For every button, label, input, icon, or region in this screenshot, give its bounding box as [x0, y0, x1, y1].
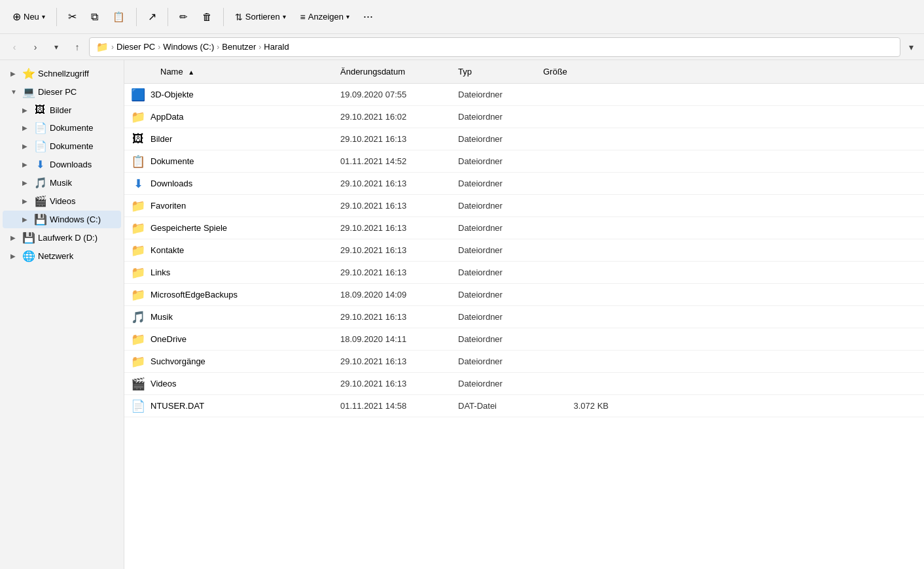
- breadcrumb-harald[interactable]: Harald: [264, 42, 289, 52]
- delete-icon: 🗑: [202, 11, 212, 22]
- file-row[interactable]: 📁 Gespeicherte Spiele 29.10.2021 16:13 D…: [124, 217, 924, 239]
- file-row[interactable]: 📁 Links 29.10.2021 16:13 Dateiordner: [124, 262, 924, 284]
- sidebar-item-dokumente1[interactable]: ▶ 📄 Dokumente: [3, 119, 121, 137]
- file-icon: 📁: [131, 354, 145, 369]
- cut-button[interactable]: ✂: [62, 7, 82, 27]
- more-button[interactable]: ···: [358, 7, 378, 27]
- delete-button[interactable]: 🗑: [196, 7, 218, 26]
- cell-date: 18.09.2020 14:11: [334, 334, 452, 344]
- cell-type: Dateiordner: [452, 245, 537, 255]
- cell-type: Dateiordner: [452, 267, 537, 277]
- col-date-header[interactable]: Änderungsdatum: [334, 61, 452, 82]
- file-name: Gespeicherte Spiele: [151, 223, 227, 233]
- file-name: Bilder: [151, 134, 172, 144]
- file-row[interactable]: 📁 Favoriten 29.10.2021 16:13 Dateiordner: [124, 195, 924, 217]
- file-row[interactable]: 🟦 3D-Objekte 19.09.2020 07:55 Dateiordne…: [124, 84, 924, 106]
- cut-icon: ✂: [68, 10, 77, 23]
- file-row[interactable]: 📋 Dokumente 01.11.2021 14:52 Dateiordner: [124, 150, 924, 173]
- sidebar-label-laufwerk-d: Laufwerk D (D:): [38, 233, 115, 243]
- cell-name: 🎵 Musik: [124, 310, 334, 324]
- file-row[interactable]: 📁 Kontakte 29.10.2021 16:13 Dateiordner: [124, 239, 924, 262]
- computer-icon: 💻: [22, 86, 34, 98]
- col-name-header[interactable]: Name ▲: [124, 61, 334, 82]
- toolbar: ⊕ Neu ▾ ✂ ⧉ 📋 ↗ ✏ 🗑 ⇅ Sortieren ▾ ≡ Anze…: [0, 0, 924, 34]
- file-icon: 📁: [131, 243, 145, 258]
- sidebar: ▶ ⭐ Schnellzugriff ▼ 💻 Dieser PC ▶ 🖼 Bil…: [0, 60, 124, 569]
- file-icon: 📄: [131, 399, 145, 413]
- file-rows-container: 🟦 3D-Objekte 19.09.2020 07:55 Dateiordne…: [124, 84, 924, 417]
- file-row[interactable]: 📄 NTUSER.DAT 01.11.2021 14:58 DAT-Datei …: [124, 395, 924, 417]
- cell-size: 3.072 KB: [537, 401, 615, 411]
- cell-date: 29.10.2021 16:13: [334, 267, 452, 277]
- cell-type: Dateiordner: [452, 223, 537, 233]
- sidebar-item-windows-c[interactable]: ▶ 💾 Windows (C:): [3, 211, 121, 228]
- videos-icon: 🎬: [34, 195, 46, 207]
- expand-icon-windows-c: ▶: [22, 216, 30, 223]
- cell-date: 29.10.2021 16:13: [334, 312, 452, 322]
- sort-label: Sortieren: [245, 12, 280, 22]
- cell-type: DAT-Datei: [452, 401, 537, 411]
- file-row[interactable]: 🎵 Musik 29.10.2021 16:13 Dateiordner: [124, 306, 924, 328]
- sidebar-item-bilder[interactable]: ▶ 🖼 Bilder: [3, 101, 121, 118]
- addressbar-dropdown-button[interactable]: ▾: [903, 39, 919, 55]
- new-button[interactable]: ⊕ Neu ▾: [7, 7, 51, 27]
- cell-date: 19.09.2020 07:55: [334, 90, 452, 99]
- sidebar-item-dokumente2[interactable]: ▶ 📄 Dokumente: [3, 137, 121, 155]
- col-size-header[interactable]: Größe: [537, 61, 615, 82]
- file-row[interactable]: ⬇ Downloads 29.10.2021 16:13 Dateiordner: [124, 173, 924, 195]
- file-name: AppData: [151, 112, 184, 122]
- sidebar-item-downloads[interactable]: ▶ ⬇ Downloads: [3, 156, 121, 173]
- file-name: Videos: [151, 379, 177, 388]
- file-icon: 🎵: [131, 310, 145, 324]
- view-button[interactable]: ≡ Anzeigen ▾: [294, 8, 355, 26]
- back-button[interactable]: ‹: [5, 38, 24, 56]
- breadcrumb-bar[interactable]: 📁 › Dieser PC › Windows (C:) › Benutzer …: [89, 37, 900, 57]
- expand-icon-bilder: ▶: [22, 107, 30, 114]
- breadcrumb-benutzer[interactable]: Benutzer: [222, 42, 256, 52]
- share-button[interactable]: ↗: [142, 7, 162, 27]
- cell-name: 📁 Favoriten: [124, 199, 334, 213]
- sort-arrow-name: ▲: [188, 69, 194, 76]
- file-row[interactable]: 📁 Suchvorgänge 29.10.2021 16:13 Dateiord…: [124, 351, 924, 373]
- rename-button[interactable]: ✏: [173, 7, 194, 27]
- file-row[interactable]: 📁 AppData 29.10.2021 16:02 Dateiordner: [124, 106, 924, 128]
- drive-c-icon: 💾: [34, 213, 46, 226]
- separator-1: [56, 8, 57, 26]
- file-row[interactable]: 📁 MicrosoftEdgeBackups 18.09.2020 14:09 …: [124, 284, 924, 306]
- up-button[interactable]: ↑: [68, 38, 86, 56]
- sidebar-item-videos[interactable]: ▶ 🎬 Videos: [3, 192, 121, 210]
- copy-icon: ⧉: [91, 11, 98, 23]
- cell-date: 29.10.2021 16:13: [334, 179, 452, 188]
- file-icon: 🟦: [131, 88, 145, 102]
- sidebar-item-laufwerk-d[interactable]: ▶ 💾 Laufwerk D (D:): [3, 229, 121, 247]
- sidebar-item-musik[interactable]: ▶ 🎵 Musik: [3, 174, 121, 192]
- file-row[interactable]: 📁 OneDrive 18.09.2020 14:11 Dateiordner: [124, 328, 924, 351]
- cell-type: Dateiordner: [452, 312, 537, 322]
- file-row[interactable]: 🖼 Bilder 29.10.2021 16:13 Dateiordner: [124, 128, 924, 150]
- forward-button[interactable]: ›: [26, 38, 44, 56]
- rename-icon: ✏: [179, 11, 188, 23]
- sort-button[interactable]: ⇅ Sortieren ▾: [229, 8, 292, 26]
- main-layout: ▶ ⭐ Schnellzugriff ▼ 💻 Dieser PC ▶ 🖼 Bil…: [0, 60, 924, 569]
- file-row[interactable]: 🎬 Videos 29.10.2021 16:13 Dateiordner: [124, 373, 924, 395]
- col-type-header[interactable]: Typ: [452, 61, 537, 82]
- breadcrumb-windows-c[interactable]: Windows (C:): [163, 42, 214, 52]
- sidebar-item-dieser-pc[interactable]: ▼ 💻 Dieser PC: [3, 83, 121, 101]
- cell-type: Dateiordner: [452, 290, 537, 300]
- cell-date: 29.10.2021 16:13: [334, 356, 452, 366]
- copy-button[interactable]: ⧉: [85, 7, 104, 27]
- sidebar-item-schnellzugriff[interactable]: ▶ ⭐ Schnellzugriff: [3, 65, 121, 82]
- expand-icon-dok2: ▶: [22, 143, 30, 150]
- cell-type: Dateiordner: [452, 356, 537, 366]
- recent-button[interactable]: ▾: [47, 38, 65, 56]
- sidebar-item-netzwerk[interactable]: ▶ 🌐 Netzwerk: [3, 247, 121, 265]
- music-icon: 🎵: [34, 177, 46, 189]
- breadcrumb-dieser-pc[interactable]: Dieser PC: [116, 42, 155, 52]
- file-icon: 🎬: [131, 377, 145, 391]
- view-icon: ≡: [300, 12, 306, 22]
- sidebar-label-videos: Videos: [50, 196, 115, 206]
- paste-button[interactable]: 📋: [107, 7, 131, 27]
- cell-name: 🟦 3D-Objekte: [124, 88, 334, 102]
- more-icon: ···: [363, 10, 373, 23]
- cell-name: 📄 NTUSER.DAT: [124, 399, 334, 413]
